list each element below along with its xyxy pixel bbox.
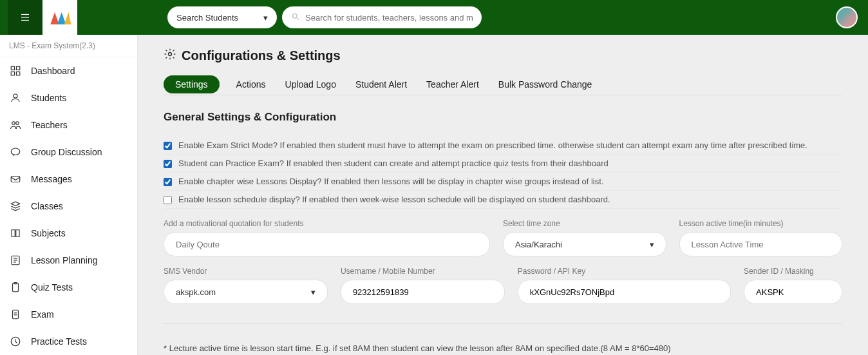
logo[interactable] bbox=[42, 0, 77, 35]
sidebar-item-messages[interactable]: Messages bbox=[0, 166, 137, 193]
sidebar-item-label: Dashboard bbox=[31, 66, 75, 76]
check-chapter-lessons: Enable chapter wise Lessons Display? If … bbox=[164, 173, 842, 191]
exam-icon bbox=[9, 308, 22, 321]
sidebar: LMS - Exam System(2.3) Dashboard Student… bbox=[0, 35, 138, 355]
classes-icon bbox=[9, 200, 22, 213]
timezone-label: Select time zone bbox=[503, 219, 666, 228]
sidebar-item-label: Students bbox=[31, 93, 66, 103]
sms-vendor-label: SMS Vendor bbox=[164, 267, 328, 276]
search-scope-label: Search Students bbox=[176, 13, 238, 23]
subjects-icon bbox=[9, 227, 22, 240]
quiz-icon bbox=[9, 281, 22, 294]
check-label: Enable chapter wise Lessons Display? If … bbox=[178, 177, 603, 186]
sidebar-item-teachers[interactable]: Teachers bbox=[0, 111, 137, 139]
page-title-text: Configurations & Settings bbox=[182, 48, 341, 63]
check-strict-mode: Enable Exam Strict Mode? If enabled then… bbox=[164, 137, 842, 155]
timezone-select[interactable]: Asia/Karachi ▾ bbox=[503, 232, 666, 256]
svg-point-9 bbox=[14, 94, 17, 98]
sidebar-item-practice-tests[interactable]: Practice Tests bbox=[0, 328, 137, 355]
check-label: Enable lesson schedule display? If enabl… bbox=[178, 195, 610, 204]
system-label: LMS - Exam System(2.3) bbox=[0, 35, 137, 57]
sidebar-item-label: Classes bbox=[31, 201, 63, 211]
sms-vendor-select[interactable]: akspk.com ▾ bbox=[164, 280, 328, 304]
sms-vendor-value: akspk.com bbox=[176, 287, 216, 297]
logo-icon bbox=[47, 8, 73, 27]
sidebar-item-lesson-planning[interactable]: Lesson Planning bbox=[0, 247, 137, 274]
tab-settings[interactable]: Settings bbox=[164, 75, 220, 93]
content: Configurations & Settings Settings Actio… bbox=[138, 35, 868, 355]
check-label: Enable Exam Strict Mode? If enabled then… bbox=[178, 140, 807, 150]
timezone-value: Asia/Karachi bbox=[515, 240, 562, 249]
messages-icon bbox=[9, 173, 22, 186]
check-label: Student can Practice Exam? If enabled th… bbox=[178, 158, 609, 168]
svg-point-10 bbox=[12, 122, 15, 125]
quote-label: Add a motivational quotation for student… bbox=[164, 219, 490, 228]
practice-icon bbox=[9, 335, 22, 348]
avatar[interactable] bbox=[836, 6, 858, 28]
check-practice-exam: Student can Practice Exam? If enabled th… bbox=[164, 155, 842, 173]
svg-rect-6 bbox=[17, 66, 20, 70]
tab-upload-logo[interactable]: Upload Logo bbox=[283, 74, 339, 95]
tab-bulk-password[interactable]: Bulk Password Change bbox=[496, 74, 595, 95]
svg-rect-13 bbox=[11, 177, 20, 182]
sender-input[interactable] bbox=[756, 287, 830, 297]
chevron-down-icon: ▾ bbox=[263, 13, 268, 23]
search-box[interactable] bbox=[282, 6, 482, 28]
sidebar-item-label: Exam bbox=[31, 309, 54, 320]
dashboard-icon bbox=[9, 64, 22, 77]
sidebar-item-exam[interactable]: Exam bbox=[0, 301, 137, 328]
sidebar-item-label: Messages bbox=[31, 174, 72, 184]
page-title: Configurations & Settings bbox=[164, 48, 842, 64]
sidebar-item-label: Lesson Planning bbox=[31, 255, 98, 265]
svg-point-3 bbox=[292, 14, 297, 18]
gear-icon bbox=[164, 48, 176, 64]
tab-teacher-alert[interactable]: Teacher Alert bbox=[424, 74, 482, 95]
svg-point-12 bbox=[11, 148, 20, 155]
sidebar-item-quiz-tests[interactable]: Quiz Tests bbox=[0, 274, 137, 301]
svg-rect-8 bbox=[17, 72, 20, 75]
sidebar-item-dashboard[interactable]: Dashboard bbox=[0, 57, 137, 84]
chevron-down-icon: ▾ bbox=[311, 287, 316, 297]
tab-actions[interactable]: Actions bbox=[234, 74, 269, 95]
tab-student-alert[interactable]: Student Alert bbox=[353, 74, 410, 95]
lesson-active-label: Lesson active time(in minutes) bbox=[679, 219, 843, 228]
search-input[interactable] bbox=[305, 13, 473, 23]
sidebar-item-subjects[interactable]: Subjects bbox=[0, 220, 137, 247]
sidebar-item-label: Group Discussion bbox=[31, 147, 102, 157]
password-label: Password / API Key bbox=[518, 267, 731, 276]
sidebar-item-label: Practice Tests bbox=[31, 336, 87, 347]
check-strict-mode-box[interactable] bbox=[164, 142, 172, 150]
divider bbox=[164, 323, 842, 324]
discussion-icon bbox=[9, 146, 22, 158]
planning-icon bbox=[9, 254, 22, 267]
search-icon bbox=[291, 12, 300, 23]
sidebar-item-label: Subjects bbox=[31, 228, 66, 238]
check-chapter-lessons-box[interactable] bbox=[164, 178, 172, 186]
sender-label: Sender ID / Masking bbox=[744, 267, 842, 276]
password-input[interactable] bbox=[530, 287, 719, 297]
search-scope-dropdown[interactable]: Search Students ▾ bbox=[167, 6, 277, 28]
check-lesson-schedule-box[interactable] bbox=[164, 196, 172, 204]
teachers-icon bbox=[9, 119, 22, 131]
sidebar-item-group-discussion[interactable]: Group Discussion bbox=[0, 139, 137, 166]
tabs: Settings Actions Upload Logo Student Ale… bbox=[164, 74, 842, 95]
sidebar-item-classes[interactable]: Classes bbox=[0, 193, 137, 220]
topbar: Search Students ▾ bbox=[0, 0, 868, 35]
chevron-down-icon: ▾ bbox=[650, 240, 654, 249]
check-practice-exam-box[interactable] bbox=[164, 160, 172, 168]
sidebar-item-label: Teachers bbox=[31, 120, 68, 130]
sidebar-item-students[interactable]: Students bbox=[0, 84, 137, 111]
svg-point-11 bbox=[16, 122, 19, 125]
svg-rect-7 bbox=[11, 72, 14, 75]
check-lesson-schedule: Enable lesson schedule display? If enabl… bbox=[164, 191, 842, 209]
username-input[interactable] bbox=[353, 287, 493, 297]
svg-point-24 bbox=[169, 53, 172, 56]
section-heading: General Settings & Configuration bbox=[164, 111, 842, 124]
student-icon bbox=[9, 91, 22, 104]
quote-input[interactable] bbox=[176, 240, 478, 249]
svg-line-4 bbox=[297, 17, 299, 19]
svg-rect-20 bbox=[13, 310, 19, 319]
lesson-active-input[interactable] bbox=[692, 240, 831, 249]
svg-rect-5 bbox=[11, 66, 14, 70]
hamburger-button[interactable] bbox=[8, 0, 42, 35]
